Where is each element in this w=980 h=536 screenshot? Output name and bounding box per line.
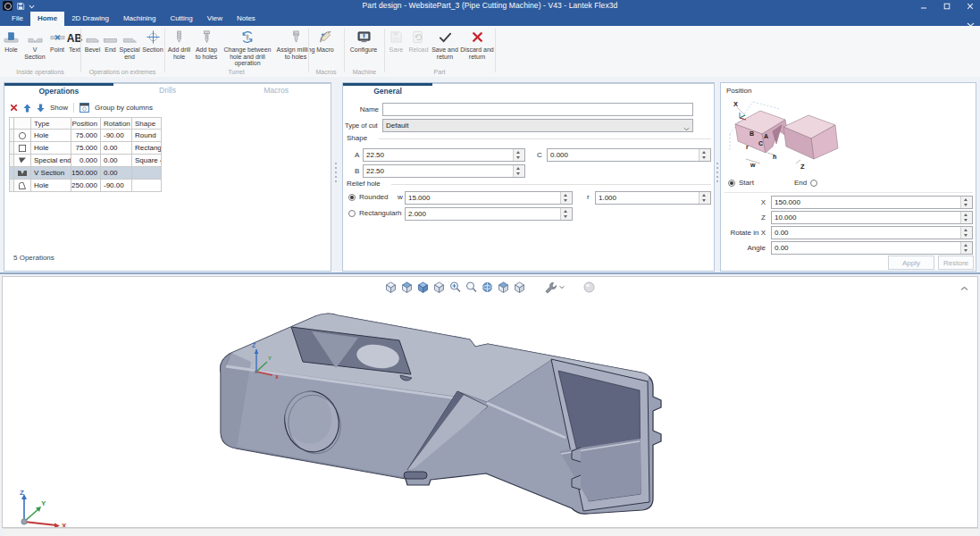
start-radio[interactable]: [728, 180, 735, 187]
rectangular-radio[interactable]: [348, 210, 356, 217]
table-row[interactable]: Hole 75.000 0.00 Rectangle: [9, 142, 162, 155]
c-spinner[interactable]: 0.000: [547, 148, 711, 162]
angle-spinner[interactable]: 0.00: [771, 241, 973, 255]
menu-tab-cutting[interactable]: Cutting: [163, 12, 199, 26]
type-of-cut-label: Type of cut: [345, 121, 384, 130]
view-iso-icon[interactable]: [384, 281, 398, 294]
tab-general[interactable]: General: [343, 83, 432, 98]
special-end-button[interactable]: Special end: [119, 28, 140, 60]
ribbon-group-label: Part: [387, 69, 492, 75]
tab-macros[interactable]: Macros: [222, 83, 331, 98]
view-left-icon[interactable]: [513, 281, 526, 294]
table-row-selected[interactable]: V Section 150.000 0.00: [9, 167, 162, 180]
r-spinner[interactable]: 1.000: [595, 191, 711, 205]
svg-text:x: x: [275, 373, 279, 380]
point-button[interactable]: Point: [49, 28, 65, 54]
end-button[interactable]: End: [104, 28, 117, 54]
reload-button[interactable]: Reload: [407, 28, 430, 54]
configure-button[interactable]: Configure: [347, 28, 381, 54]
end-radio[interactable]: [810, 180, 817, 187]
view-top-icon[interactable]: [400, 281, 414, 294]
collapse-toolbar-icon[interactable]: [960, 279, 968, 295]
a-spinner[interactable]: 22.50: [363, 148, 525, 162]
show-button[interactable]: Show: [50, 104, 68, 112]
rounded-radio[interactable]: [348, 194, 356, 201]
a-label: A: [355, 151, 359, 159]
angle-label: Angle: [721, 244, 766, 252]
x-spinner[interactable]: 150.000: [771, 196, 973, 209]
view-back-icon[interactable]: [497, 281, 510, 294]
hole-button[interactable]: Hole: [2, 28, 21, 54]
zoom-window-icon[interactable]: [465, 281, 478, 294]
z-spinner[interactable]: 10.000: [771, 211, 973, 224]
menu-tab-machining[interactable]: Machining: [116, 12, 163, 26]
tools-menu-icon[interactable]: [544, 281, 565, 294]
view-shaded-icon[interactable]: [416, 281, 430, 294]
operations-panel-tabs: Operations Drills Macros: [4, 83, 331, 98]
slant-hole-icon: [14, 180, 31, 192]
menu-tab-notes[interactable]: Notes: [230, 12, 263, 26]
ribbon-group-label: Macros: [311, 69, 341, 75]
name-input[interactable]: [382, 103, 693, 116]
change-hole-drill-button[interactable]: Change between hole and drill operation: [222, 28, 273, 67]
restore-button[interactable]: Restore: [938, 255, 974, 270]
add-tap-to-holes-button[interactable]: Add tap to holes: [193, 28, 220, 60]
close-button[interactable]: [966, 2, 975, 11]
header-shape[interactable]: Shape: [132, 117, 162, 130]
c-label: C: [537, 151, 542, 159]
bevel-button[interactable]: Bevel: [83, 28, 102, 54]
discard-and-return-button[interactable]: Discard and return: [460, 28, 494, 60]
menu-tab-file[interactable]: File: [4, 12, 30, 26]
b-spinner[interactable]: 22.50: [363, 164, 525, 178]
group-by-columns-button[interactable]: Group by columns: [95, 104, 153, 112]
move-up-icon[interactable]: [23, 104, 31, 113]
window-title: Part design - WebsitePart_3 (Pipe Cuttin…: [0, 0, 980, 12]
h-spinner[interactable]: 2.000: [405, 207, 573, 221]
window-controls: [919, 0, 975, 12]
rotate-in-x-spinner[interactable]: 0.00: [771, 226, 973, 239]
part-model[interactable]: Z Y x: [205, 306, 669, 530]
special-end-icon: [122, 28, 138, 45]
table-row[interactable]: Special end 0.000 0.00 Square 45: [9, 155, 162, 167]
menu-tab-2d-drawing[interactable]: 2D Drawing: [64, 12, 116, 26]
section-icon: [146, 28, 161, 45]
type-of-cut-select[interactable]: Default: [382, 119, 693, 132]
header-position[interactable]: Position: [71, 117, 101, 130]
view-front-icon[interactable]: [432, 281, 446, 294]
render-mode-icon[interactable]: [582, 281, 596, 294]
w-spinner[interactable]: 15.000: [405, 191, 573, 205]
move-down-icon[interactable]: [37, 104, 45, 113]
tab-drills[interactable]: Drills: [113, 83, 222, 98]
menu-tab-home[interactable]: Home: [30, 12, 64, 26]
b-label: B: [355, 167, 359, 175]
save-part-button[interactable]: Save: [387, 28, 406, 54]
header-rotation[interactable]: Rotation: [101, 117, 132, 130]
section-button[interactable]: Section: [142, 28, 163, 54]
panel-splitter[interactable]: [334, 163, 337, 182]
preview-icon[interactable]: [80, 103, 89, 113]
table-row[interactable]: Hole 75.000 -90.00 Round: [9, 130, 162, 142]
table-row[interactable]: Hole 250.000 -90.00: [9, 180, 162, 192]
drill-icon: [172, 28, 187, 45]
maximize-button[interactable]: [942, 2, 951, 11]
h-label: h: [398, 209, 401, 217]
header-type[interactable]: Type: [31, 117, 71, 130]
macro-button[interactable]: Macro: [311, 28, 339, 54]
apply-button[interactable]: Apply: [888, 255, 934, 270]
delete-operation-icon[interactable]: [10, 104, 18, 112]
hole-icon: [4, 28, 19, 45]
save-and-return-button[interactable]: Save and return: [431, 28, 458, 60]
tab-operations[interactable]: Operations: [4, 83, 113, 98]
v-section-button[interactable]: V Section: [22, 28, 47, 60]
menu-tab-view[interactable]: View: [200, 12, 230, 26]
zoom-in-icon[interactable]: [448, 281, 462, 294]
panel-splitter[interactable]: [716, 163, 718, 182]
orbit-icon[interactable]: [481, 281, 494, 294]
editor-panels: Operations Drills Macros Show Group by c…: [0, 77, 980, 274]
add-drill-hole-button[interactable]: Add drill hole: [167, 28, 191, 60]
svg-text:w: w: [750, 162, 756, 168]
swap-arrows-icon: [239, 28, 255, 45]
viewport-3d[interactable]: Z Y x Z Y X: [2, 276, 978, 528]
red-x-icon: [470, 28, 485, 45]
minimize-button[interactable]: [919, 2, 928, 11]
